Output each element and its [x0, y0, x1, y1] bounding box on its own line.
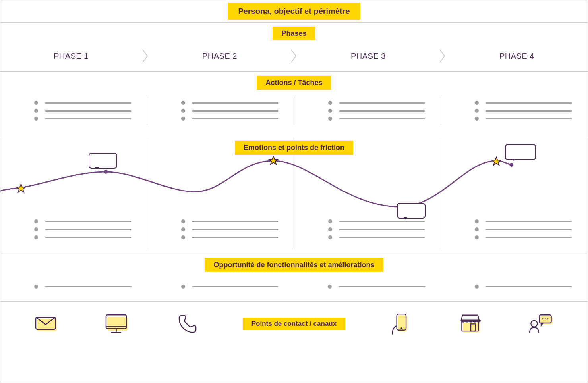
placeholder-bar	[339, 286, 425, 287]
opportunities-columns	[0, 272, 588, 301]
placeholder-bar	[192, 286, 279, 287]
chevron-right-icon	[290, 49, 298, 63]
chevron-right-icon	[439, 49, 446, 63]
placeholder-bar	[45, 229, 131, 230]
placeholder-line	[181, 117, 278, 121]
phase-label: PHASE 1	[0, 52, 142, 61]
placeholder-bar	[339, 102, 425, 104]
placeholder-line	[328, 101, 425, 105]
bullet-dot-icon	[328, 285, 332, 289]
bullet-dot-icon	[181, 219, 185, 223]
store-icon	[455, 311, 486, 337]
placeholder-bar	[192, 118, 278, 119]
placeholder-bar	[486, 286, 572, 287]
row-emotions: Emotions et points de friction	[0, 137, 588, 254]
placeholder-bar	[45, 102, 131, 104]
placeholder-line	[181, 101, 278, 105]
bullet-dot-icon	[328, 219, 332, 223]
placeholder-bar	[339, 110, 425, 112]
placeholder-bar	[192, 229, 278, 230]
placeholder-line	[328, 235, 425, 239]
placeholder-bar	[192, 110, 278, 112]
opportunity-col	[147, 281, 294, 293]
actions-col	[0, 97, 147, 125]
placeholder-bar	[486, 221, 572, 222]
chevron-right-icon	[142, 49, 149, 63]
phase-label: PHASE 4	[446, 52, 588, 61]
bullet-dot-icon	[328, 227, 332, 231]
placeholder-bar	[339, 237, 425, 238]
placeholder-line	[475, 219, 572, 223]
actions-col	[294, 97, 441, 125]
journey-map-canvas: Persona, objectif et périmètre Phases PH…	[0, 0, 588, 383]
annotation-bubble-icon	[505, 144, 536, 160]
bullet-dot-icon	[328, 109, 332, 113]
tag-persona-title: Persona, objectif et périmètre	[228, 3, 360, 20]
placeholder-line	[34, 285, 132, 289]
placeholder-line	[181, 235, 278, 239]
placeholder-line	[181, 109, 278, 113]
placeholder-line	[181, 285, 279, 289]
placeholder-line	[328, 285, 425, 289]
opportunity-col	[0, 281, 147, 293]
annotation-bubble-icon	[89, 153, 117, 169]
placeholder-bar	[339, 118, 425, 119]
emotions-col	[294, 216, 441, 249]
actions-col	[147, 97, 294, 125]
placeholder-line	[475, 285, 572, 289]
bullet-dot-icon	[328, 235, 332, 239]
placeholder-bar	[486, 229, 572, 230]
emotions-col	[441, 216, 588, 249]
bullet-dot-icon	[475, 117, 479, 121]
emotions-col	[147, 216, 294, 249]
row-opportunities: Opportunité de fonctionnalités et amélio…	[0, 254, 588, 302]
emotions-columns	[0, 216, 588, 249]
svg-point-3	[509, 163, 513, 167]
svg-point-20	[545, 318, 546, 319]
support-agent-icon	[526, 311, 557, 337]
placeholder-bar	[45, 221, 131, 222]
placeholder-line	[475, 235, 572, 239]
bullet-dot-icon	[475, 101, 479, 105]
placeholder-line	[328, 227, 425, 231]
placeholder-bar	[45, 286, 132, 287]
placeholder-line	[34, 227, 131, 231]
email-icon	[31, 311, 62, 337]
bullet-dot-icon	[475, 285, 479, 289]
placeholder-line	[181, 227, 278, 231]
bullet-dot-icon	[475, 219, 479, 223]
mobile-icon	[385, 311, 416, 337]
desktop-icon	[102, 311, 133, 337]
row-phases: Phases PHASE 1 PHASE 2 PHASE 3 PHASE 4	[0, 23, 588, 72]
bullet-dot-icon	[328, 101, 332, 105]
placeholder-bar	[192, 102, 278, 104]
bullet-dot-icon	[475, 235, 479, 239]
phase-label: PHASE 2	[149, 52, 290, 61]
bullet-dot-icon	[34, 219, 38, 223]
svg-point-19	[542, 318, 544, 319]
phase-label: PHASE 3	[298, 52, 439, 61]
tag-channels: Points de contact / canaux	[243, 318, 345, 330]
placeholder-bar	[486, 118, 572, 119]
row-actions: Actions / Tâches	[0, 72, 588, 137]
placeholder-line	[475, 101, 572, 105]
phases-strip: PHASE 1 PHASE 2 PHASE 3 PHASE 4	[0, 40, 588, 71]
placeholder-bar	[339, 221, 425, 222]
bullet-dot-icon	[181, 235, 185, 239]
tag-actions: Actions / Tâches	[257, 76, 331, 90]
bullet-dot-icon	[34, 117, 38, 121]
opportunity-col	[294, 281, 441, 293]
bullet-dot-icon	[181, 109, 185, 113]
placeholder-bar	[486, 102, 572, 104]
svg-point-13	[400, 327, 402, 329]
row-channels: Points de contact / canaux	[0, 302, 588, 346]
bullet-dot-icon	[181, 285, 185, 289]
placeholder-line	[328, 109, 425, 113]
bullet-dot-icon	[34, 101, 38, 105]
bullet-dot-icon	[34, 109, 38, 113]
tag-emotions: Emotions et points de friction	[235, 141, 353, 155]
placeholder-line	[475, 227, 572, 231]
svg-point-1	[104, 170, 108, 174]
placeholder-bar	[486, 110, 572, 112]
bullet-dot-icon	[181, 117, 185, 121]
